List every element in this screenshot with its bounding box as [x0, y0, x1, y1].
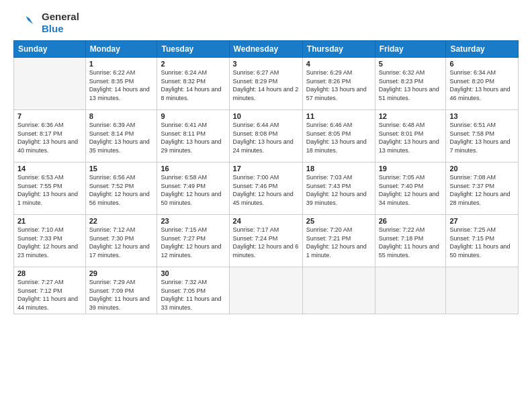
calendar-cell: 16Sunrise: 6:58 AMSunset: 7:49 PMDayligh…: [157, 163, 229, 215]
logo-blue: Blue: [42, 23, 79, 35]
calendar-cell: 1Sunrise: 6:22 AMSunset: 8:35 PMDaylight…: [85, 58, 157, 110]
day-number: 28: [17, 269, 82, 277]
calendar-header-row: SundayMondayTuesdayWednesdayThursdayFrid…: [14, 41, 519, 58]
calendar-cell: 23Sunrise: 7:15 AMSunset: 7:27 PMDayligh…: [157, 215, 229, 267]
calendar-cell: 9Sunrise: 6:41 AMSunset: 8:11 PMDaylight…: [157, 110, 229, 163]
cell-info: Sunrise: 7:27 AMSunset: 7:12 PMDaylight:…: [17, 278, 82, 312]
calendar-cell: 10Sunrise: 6:44 AMSunset: 8:08 PMDayligh…: [229, 110, 302, 163]
logo: General Blue: [13, 11, 79, 35]
day-number: 27: [449, 217, 515, 225]
calendar-cell: 3Sunrise: 6:27 AMSunset: 8:29 PMDaylight…: [229, 58, 302, 110]
day-number: 11: [306, 112, 371, 120]
calendar-cell: 14Sunrise: 6:53 AMSunset: 7:55 PMDayligh…: [14, 163, 86, 215]
calendar-cell: 11Sunrise: 6:46 AMSunset: 8:05 PMDayligh…: [302, 110, 375, 163]
day-number: 30: [161, 269, 225, 277]
cell-info: Sunrise: 6:53 AMSunset: 7:55 PMDaylight:…: [17, 173, 82, 207]
cell-info: Sunrise: 6:36 AMSunset: 8:17 PMDaylight:…: [17, 121, 82, 154]
calendar-cell: 8Sunrise: 6:39 AMSunset: 8:14 PMDaylight…: [85, 110, 157, 163]
cell-info: Sunrise: 7:15 AMSunset: 7:27 PMDaylight:…: [161, 226, 225, 259]
day-number: 17: [233, 165, 299, 173]
calendar-cell: [229, 267, 302, 314]
calendar-cell: 6Sunrise: 6:34 AMSunset: 8:20 PMDaylight…: [446, 58, 519, 110]
cell-info: Sunrise: 7:00 AMSunset: 7:46 PMDaylight:…: [233, 173, 299, 207]
cell-info: Sunrise: 6:51 AMSunset: 7:58 PMDaylight:…: [449, 121, 515, 154]
calendar-cell: 22Sunrise: 7:12 AMSunset: 7:30 PMDayligh…: [85, 215, 157, 267]
cell-info: Sunrise: 6:56 AMSunset: 7:52 PMDaylight:…: [89, 173, 154, 207]
calendar-cell: [375, 267, 446, 314]
day-number: 18: [306, 165, 371, 173]
day-number: 20: [449, 165, 515, 173]
calendar-cell: 17Sunrise: 7:00 AMSunset: 7:46 PMDayligh…: [229, 163, 302, 215]
cell-info: Sunrise: 7:10 AMSunset: 7:33 PMDaylight:…: [17, 226, 82, 259]
page-header: General Blue: [13, 11, 519, 35]
calendar-cell: 25Sunrise: 7:20 AMSunset: 7:21 PMDayligh…: [302, 215, 375, 267]
calendar-cell: 5Sunrise: 6:32 AMSunset: 8:23 PMDaylight…: [375, 58, 446, 110]
cell-info: Sunrise: 7:29 AMSunset: 7:09 PMDaylight:…: [89, 278, 154, 312]
cell-info: Sunrise: 6:32 AMSunset: 8:23 PMDaylight:…: [379, 68, 443, 102]
calendar-cell: 20Sunrise: 7:08 AMSunset: 7:37 PMDayligh…: [446, 163, 519, 215]
weekday-header: Friday: [375, 41, 446, 58]
calendar-cell: 29Sunrise: 7:29 AMSunset: 7:09 PMDayligh…: [85, 267, 157, 314]
cell-info: Sunrise: 7:22 AMSunset: 7:18 PMDaylight:…: [379, 226, 443, 259]
cell-info: Sunrise: 7:32 AMSunset: 7:05 PMDaylight:…: [161, 278, 225, 312]
day-number: 9: [161, 112, 225, 120]
calendar-cell: 18Sunrise: 7:03 AMSunset: 7:43 PMDayligh…: [302, 163, 375, 215]
day-number: 7: [17, 112, 82, 120]
calendar-cell: 19Sunrise: 7:05 AMSunset: 7:40 PMDayligh…: [375, 163, 446, 215]
cell-info: Sunrise: 6:46 AMSunset: 8:05 PMDaylight:…: [306, 121, 371, 154]
svg-marker-0: [26, 16, 34, 24]
day-number: 22: [89, 217, 154, 225]
weekday-header: Sunday: [14, 41, 86, 58]
calendar-cell: 15Sunrise: 6:56 AMSunset: 7:52 PMDayligh…: [85, 163, 157, 215]
calendar-cell: 4Sunrise: 6:29 AMSunset: 8:26 PMDaylight…: [302, 58, 375, 110]
calendar-cell: [446, 267, 519, 314]
cell-info: Sunrise: 7:08 AMSunset: 7:37 PMDaylight:…: [449, 173, 515, 207]
day-number: 5: [379, 60, 443, 68]
day-number: 8: [89, 112, 154, 120]
calendar-cell: 7Sunrise: 6:36 AMSunset: 8:17 PMDaylight…: [14, 110, 86, 163]
weekday-header: Tuesday: [157, 41, 229, 58]
cell-info: Sunrise: 7:03 AMSunset: 7:43 PMDaylight:…: [306, 173, 371, 207]
day-number: 21: [17, 217, 82, 225]
cell-info: Sunrise: 6:29 AMSunset: 8:26 PMDaylight:…: [306, 68, 371, 102]
weekday-header: Monday: [85, 41, 157, 58]
cell-info: Sunrise: 7:20 AMSunset: 7:21 PMDaylight:…: [306, 226, 371, 259]
cell-info: Sunrise: 6:34 AMSunset: 8:20 PMDaylight:…: [449, 68, 515, 102]
weekday-header: Thursday: [302, 41, 375, 58]
calendar-cell: 13Sunrise: 6:51 AMSunset: 7:58 PMDayligh…: [446, 110, 519, 163]
day-number: 19: [379, 165, 443, 173]
calendar-cell: 28Sunrise: 7:27 AMSunset: 7:12 PMDayligh…: [14, 267, 86, 314]
day-number: 16: [161, 165, 225, 173]
calendar-table: SundayMondayTuesdayWednesdayThursdayFrid…: [13, 40, 519, 314]
day-number: 26: [379, 217, 443, 225]
day-number: 14: [17, 165, 82, 173]
calendar-cell: 21Sunrise: 7:10 AMSunset: 7:33 PMDayligh…: [14, 215, 86, 267]
cell-info: Sunrise: 6:24 AMSunset: 8:32 PMDaylight:…: [161, 68, 225, 102]
cell-info: Sunrise: 6:58 AMSunset: 7:49 PMDaylight:…: [161, 173, 225, 207]
day-number: 23: [161, 217, 225, 225]
day-number: 12: [379, 112, 443, 120]
calendar-cell: 27Sunrise: 7:25 AMSunset: 7:15 PMDayligh…: [446, 215, 519, 267]
calendar-cell: 12Sunrise: 6:48 AMSunset: 8:01 PMDayligh…: [375, 110, 446, 163]
weekday-header: Wednesday: [229, 41, 302, 58]
day-number: 1: [89, 60, 154, 68]
calendar-cell: 30Sunrise: 7:32 AMSunset: 7:05 PMDayligh…: [157, 267, 229, 314]
day-number: 13: [449, 112, 515, 120]
cell-info: Sunrise: 7:12 AMSunset: 7:30 PMDaylight:…: [89, 226, 154, 259]
day-number: 4: [306, 60, 371, 68]
calendar-cell: [14, 58, 86, 110]
day-number: 15: [89, 165, 154, 173]
logo-general: General: [42, 11, 79, 23]
day-number: 25: [306, 217, 371, 225]
weekday-header: Saturday: [446, 41, 519, 58]
day-number: 24: [233, 217, 299, 225]
cell-info: Sunrise: 7:17 AMSunset: 7:24 PMDaylight:…: [233, 226, 299, 259]
calendar-cell: 26Sunrise: 7:22 AMSunset: 7:18 PMDayligh…: [375, 215, 446, 267]
cell-info: Sunrise: 6:48 AMSunset: 8:01 PMDaylight:…: [379, 121, 443, 154]
day-number: 2: [161, 60, 225, 68]
calendar-cell: 2Sunrise: 6:24 AMSunset: 8:32 PMDaylight…: [157, 58, 229, 110]
cell-info: Sunrise: 7:05 AMSunset: 7:40 PMDaylight:…: [379, 173, 443, 207]
calendar-cell: [302, 267, 375, 314]
cell-info: Sunrise: 6:44 AMSunset: 8:08 PMDaylight:…: [233, 121, 299, 154]
day-number: 29: [89, 269, 154, 277]
